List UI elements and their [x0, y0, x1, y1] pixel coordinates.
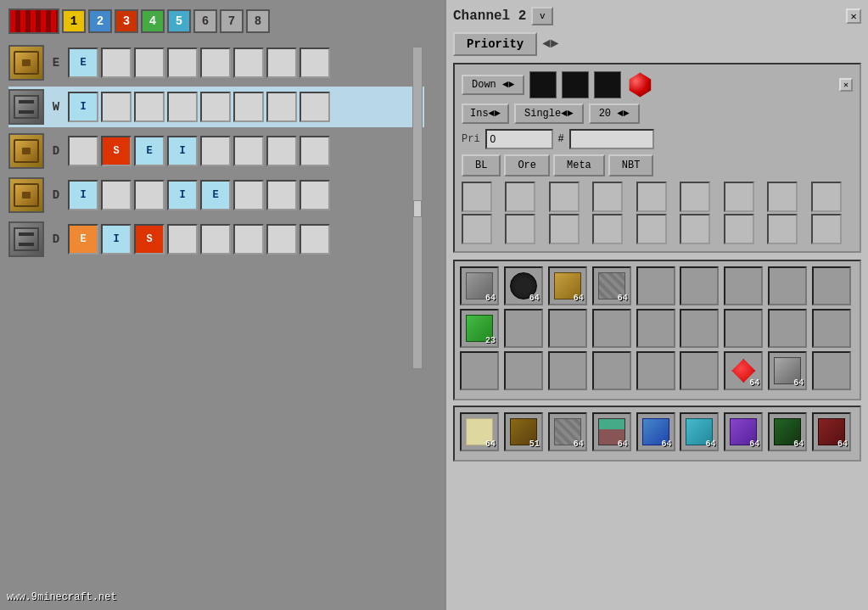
inv-cell[interactable] [812, 351, 851, 390]
cell-2-7[interactable] [300, 136, 330, 166]
cell-0-2[interactable] [134, 48, 165, 78]
filter-cell[interactable] [767, 214, 798, 244]
cell-2-2[interactable]: E [134, 136, 165, 166]
inv-cell[interactable]: 64 [680, 412, 719, 451]
cell-3-0[interactable]: I [68, 180, 98, 210]
inv-cell[interactable]: 64 [768, 412, 807, 451]
inv-cell[interactable] [460, 351, 499, 390]
filter-cell[interactable] [505, 182, 535, 212]
scrollbar[interactable] [412, 47, 423, 369]
inv-cell[interactable]: 64 [724, 412, 763, 451]
cell-3-5[interactable] [233, 180, 264, 210]
cell-3-6[interactable] [266, 180, 297, 210]
inv-cell[interactable] [680, 266, 719, 305]
cell-0-0[interactable]: E [68, 48, 98, 78]
inv-cell[interactable] [680, 309, 719, 348]
cell-2-4[interactable] [200, 136, 231, 166]
inv-cell[interactable]: 64 [592, 412, 631, 451]
inv-cell[interactable]: 64 [636, 412, 675, 451]
filter-cell[interactable] [592, 182, 623, 212]
filter-meta[interactable]: Meta [553, 154, 605, 176]
tab-8[interactable]: 8 [246, 9, 270, 33]
filter-cell[interactable] [462, 214, 492, 244]
direction-button[interactable]: Down ◄► [462, 75, 524, 95]
inv-cell[interactable] [548, 309, 587, 348]
scroll-thumb[interactable] [413, 200, 422, 217]
filter-nbt[interactable]: NBT [608, 154, 654, 176]
cell-3-4[interactable]: E [200, 180, 231, 210]
inv-cell[interactable] [636, 351, 675, 390]
tab-3[interactable]: 3 [115, 9, 138, 33]
inv-cell[interactable] [504, 309, 543, 348]
inv-cell[interactable]: 64 [460, 266, 499, 305]
inv-cell[interactable]: 64 [460, 412, 499, 451]
cell-1-2[interactable] [134, 92, 165, 122]
tab-1[interactable]: 1 [62, 9, 86, 33]
cell-2-3[interactable]: I [167, 136, 198, 166]
inv-cell[interactable] [724, 309, 763, 348]
cell-1-6[interactable] [266, 92, 297, 122]
sub-panel-close[interactable]: ✕ [839, 78, 853, 92]
filter-cell[interactable] [505, 214, 535, 244]
tab-2[interactable]: 2 [88, 9, 112, 33]
num-button[interactable]: 20 ◄► [589, 104, 640, 124]
filter-cell[interactable] [592, 214, 623, 244]
cell-4-1[interactable]: I [101, 224, 132, 255]
cell-1-7[interactable] [300, 92, 330, 122]
cell-4-0[interactable]: E [68, 224, 98, 255]
tab-6[interactable]: 6 [193, 9, 217, 33]
cell-4-5[interactable] [233, 224, 264, 255]
filter-cell[interactable] [811, 214, 842, 244]
cell-1-0[interactable]: I [68, 92, 98, 122]
inv-cell[interactable]: 64 [768, 351, 807, 390]
inv-cell[interactable]: 64 [504, 266, 543, 305]
cell-0-1[interactable] [101, 48, 132, 78]
inv-cell[interactable]: 64 [812, 412, 851, 451]
priority-button[interactable]: Priority [453, 32, 537, 56]
filter-cell[interactable] [462, 182, 492, 212]
cell-1-1[interactable] [101, 92, 132, 122]
filter-cell[interactable] [549, 182, 580, 212]
cell-4-7[interactable] [300, 224, 330, 255]
cell-4-3[interactable] [167, 224, 198, 255]
filter-bl[interactable]: BL [462, 154, 501, 176]
single-button[interactable]: Single◄► [514, 104, 584, 124]
cell-0-4[interactable] [200, 48, 231, 78]
filter-cell[interactable] [549, 214, 580, 244]
cell-1-3[interactable] [167, 92, 198, 122]
filter-cell[interactable] [680, 214, 710, 244]
filter-cell[interactable] [680, 182, 710, 212]
pri-input[interactable] [485, 129, 553, 149]
cell-3-2[interactable] [134, 180, 165, 210]
tab-7[interactable]: 7 [220, 9, 244, 33]
cell-0-7[interactable] [300, 48, 330, 78]
inv-cell[interactable] [636, 266, 675, 305]
cell-3-1[interactable] [101, 180, 132, 210]
cell-2-5[interactable] [233, 136, 264, 166]
cell-0-3[interactable] [167, 48, 198, 78]
filter-cell[interactable] [636, 214, 667, 244]
filter-cell[interactable] [724, 214, 754, 244]
inv-cell[interactable] [768, 309, 807, 348]
filter-ore[interactable]: Ore [504, 154, 550, 176]
inv-cell[interactable] [812, 309, 851, 348]
inv-cell[interactable] [504, 351, 543, 390]
inv-cell[interactable]: 64 [548, 266, 587, 305]
cell-4-4[interactable] [200, 224, 231, 255]
tab-5[interactable]: 5 [167, 9, 191, 33]
inv-cell[interactable]: 64 [724, 351, 763, 390]
filter-cell[interactable] [636, 182, 667, 212]
cell-3-7[interactable] [300, 180, 330, 210]
cell-2-0[interactable] [68, 136, 98, 166]
cell-2-1[interactable]: S [101, 136, 132, 166]
ins-button[interactable]: Ins◄► [462, 104, 509, 124]
cell-4-2[interactable]: S [134, 224, 165, 255]
inv-cell[interactable]: 51 [504, 412, 543, 451]
inv-cell[interactable] [768, 266, 807, 305]
hash-input[interactable] [569, 129, 654, 149]
cell-3-3[interactable]: I [167, 180, 198, 210]
filter-cell[interactable] [724, 182, 754, 212]
cell-1-5[interactable] [233, 92, 264, 122]
filter-cell[interactable] [811, 182, 842, 212]
inv-cell[interactable] [636, 309, 675, 348]
